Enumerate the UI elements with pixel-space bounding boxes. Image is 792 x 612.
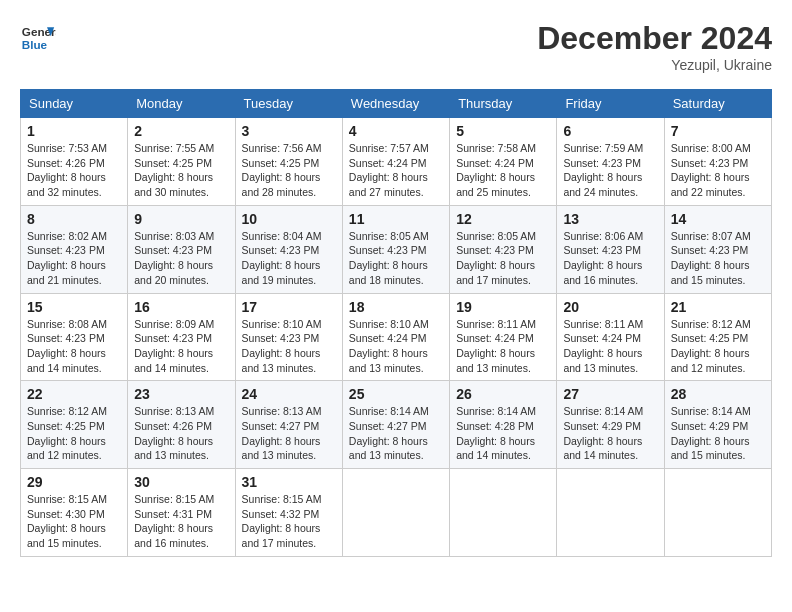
- header-saturday: Saturday: [664, 90, 771, 118]
- calendar-cell: 22 Sunrise: 8:12 AM Sunset: 4:25 PM Dayl…: [21, 381, 128, 469]
- header-tuesday: Tuesday: [235, 90, 342, 118]
- day-info: Sunrise: 8:03 AM Sunset: 4:23 PM Dayligh…: [134, 229, 228, 288]
- logo-icon: General Blue: [20, 20, 56, 56]
- logo: General Blue: [20, 20, 56, 56]
- day-info: Sunrise: 8:09 AM Sunset: 4:23 PM Dayligh…: [134, 317, 228, 376]
- month-title: December 2024: [537, 20, 772, 57]
- day-number: 18: [349, 299, 443, 315]
- day-number: 24: [242, 386, 336, 402]
- calendar-cell: 20 Sunrise: 8:11 AM Sunset: 4:24 PM Dayl…: [557, 293, 664, 381]
- calendar-cell: [664, 469, 771, 557]
- header-wednesday: Wednesday: [342, 90, 449, 118]
- calendar-header-row: SundayMondayTuesdayWednesdayThursdayFrid…: [21, 90, 772, 118]
- day-number: 15: [27, 299, 121, 315]
- calendar-cell: 26 Sunrise: 8:14 AM Sunset: 4:28 PM Dayl…: [450, 381, 557, 469]
- calendar-cell: 21 Sunrise: 8:12 AM Sunset: 4:25 PM Dayl…: [664, 293, 771, 381]
- calendar-cell: [450, 469, 557, 557]
- calendar-cell: 27 Sunrise: 8:14 AM Sunset: 4:29 PM Dayl…: [557, 381, 664, 469]
- calendar-week-row: 8 Sunrise: 8:02 AM Sunset: 4:23 PM Dayli…: [21, 205, 772, 293]
- day-info: Sunrise: 8:10 AM Sunset: 4:23 PM Dayligh…: [242, 317, 336, 376]
- location-subtitle: Yezupil, Ukraine: [537, 57, 772, 73]
- day-number: 31: [242, 474, 336, 490]
- day-info: Sunrise: 8:11 AM Sunset: 4:24 PM Dayligh…: [563, 317, 657, 376]
- calendar-cell: [557, 469, 664, 557]
- calendar-week-row: 1 Sunrise: 7:53 AM Sunset: 4:26 PM Dayli…: [21, 118, 772, 206]
- day-info: Sunrise: 8:10 AM Sunset: 4:24 PM Dayligh…: [349, 317, 443, 376]
- day-info: Sunrise: 8:12 AM Sunset: 4:25 PM Dayligh…: [27, 404, 121, 463]
- day-info: Sunrise: 8:12 AM Sunset: 4:25 PM Dayligh…: [671, 317, 765, 376]
- calendar-cell: 10 Sunrise: 8:04 AM Sunset: 4:23 PM Dayl…: [235, 205, 342, 293]
- day-info: Sunrise: 8:13 AM Sunset: 4:26 PM Dayligh…: [134, 404, 228, 463]
- calendar-cell: 5 Sunrise: 7:58 AM Sunset: 4:24 PM Dayli…: [450, 118, 557, 206]
- header-sunday: Sunday: [21, 90, 128, 118]
- calendar-cell: [342, 469, 449, 557]
- day-number: 30: [134, 474, 228, 490]
- day-number: 9: [134, 211, 228, 227]
- day-info: Sunrise: 8:15 AM Sunset: 4:30 PM Dayligh…: [27, 492, 121, 551]
- day-info: Sunrise: 8:02 AM Sunset: 4:23 PM Dayligh…: [27, 229, 121, 288]
- calendar-cell: 15 Sunrise: 8:08 AM Sunset: 4:23 PM Dayl…: [21, 293, 128, 381]
- calendar-cell: 1 Sunrise: 7:53 AM Sunset: 4:26 PM Dayli…: [21, 118, 128, 206]
- title-block: December 2024 Yezupil, Ukraine: [537, 20, 772, 73]
- calendar-cell: 28 Sunrise: 8:14 AM Sunset: 4:29 PM Dayl…: [664, 381, 771, 469]
- calendar-cell: 17 Sunrise: 8:10 AM Sunset: 4:23 PM Dayl…: [235, 293, 342, 381]
- day-number: 19: [456, 299, 550, 315]
- day-number: 23: [134, 386, 228, 402]
- header-friday: Friday: [557, 90, 664, 118]
- day-info: Sunrise: 8:11 AM Sunset: 4:24 PM Dayligh…: [456, 317, 550, 376]
- header-thursday: Thursday: [450, 90, 557, 118]
- day-number: 6: [563, 123, 657, 139]
- calendar-cell: 25 Sunrise: 8:14 AM Sunset: 4:27 PM Dayl…: [342, 381, 449, 469]
- day-info: Sunrise: 7:55 AM Sunset: 4:25 PM Dayligh…: [134, 141, 228, 200]
- calendar-week-row: 15 Sunrise: 8:08 AM Sunset: 4:23 PM Dayl…: [21, 293, 772, 381]
- day-number: 11: [349, 211, 443, 227]
- day-info: Sunrise: 8:00 AM Sunset: 4:23 PM Dayligh…: [671, 141, 765, 200]
- day-info: Sunrise: 8:14 AM Sunset: 4:27 PM Dayligh…: [349, 404, 443, 463]
- day-info: Sunrise: 8:07 AM Sunset: 4:23 PM Dayligh…: [671, 229, 765, 288]
- day-number: 21: [671, 299, 765, 315]
- calendar-table: SundayMondayTuesdayWednesdayThursdayFrid…: [20, 89, 772, 557]
- calendar-cell: 19 Sunrise: 8:11 AM Sunset: 4:24 PM Dayl…: [450, 293, 557, 381]
- day-info: Sunrise: 8:05 AM Sunset: 4:23 PM Dayligh…: [349, 229, 443, 288]
- day-info: Sunrise: 8:15 AM Sunset: 4:31 PM Dayligh…: [134, 492, 228, 551]
- day-number: 13: [563, 211, 657, 227]
- day-number: 28: [671, 386, 765, 402]
- day-info: Sunrise: 7:59 AM Sunset: 4:23 PM Dayligh…: [563, 141, 657, 200]
- day-number: 3: [242, 123, 336, 139]
- calendar-cell: 14 Sunrise: 8:07 AM Sunset: 4:23 PM Dayl…: [664, 205, 771, 293]
- calendar-cell: 4 Sunrise: 7:57 AM Sunset: 4:24 PM Dayli…: [342, 118, 449, 206]
- day-number: 5: [456, 123, 550, 139]
- day-info: Sunrise: 8:06 AM Sunset: 4:23 PM Dayligh…: [563, 229, 657, 288]
- day-number: 14: [671, 211, 765, 227]
- calendar-cell: 24 Sunrise: 8:13 AM Sunset: 4:27 PM Dayl…: [235, 381, 342, 469]
- calendar-cell: 29 Sunrise: 8:15 AM Sunset: 4:30 PM Dayl…: [21, 469, 128, 557]
- calendar-cell: 31 Sunrise: 8:15 AM Sunset: 4:32 PM Dayl…: [235, 469, 342, 557]
- calendar-cell: 2 Sunrise: 7:55 AM Sunset: 4:25 PM Dayli…: [128, 118, 235, 206]
- svg-text:Blue: Blue: [22, 38, 48, 51]
- calendar-cell: 9 Sunrise: 8:03 AM Sunset: 4:23 PM Dayli…: [128, 205, 235, 293]
- header-monday: Monday: [128, 90, 235, 118]
- day-info: Sunrise: 8:08 AM Sunset: 4:23 PM Dayligh…: [27, 317, 121, 376]
- day-info: Sunrise: 8:14 AM Sunset: 4:29 PM Dayligh…: [671, 404, 765, 463]
- calendar-cell: 3 Sunrise: 7:56 AM Sunset: 4:25 PM Dayli…: [235, 118, 342, 206]
- day-number: 17: [242, 299, 336, 315]
- day-info: Sunrise: 8:13 AM Sunset: 4:27 PM Dayligh…: [242, 404, 336, 463]
- day-number: 22: [27, 386, 121, 402]
- day-info: Sunrise: 8:14 AM Sunset: 4:29 PM Dayligh…: [563, 404, 657, 463]
- calendar-cell: 6 Sunrise: 7:59 AM Sunset: 4:23 PM Dayli…: [557, 118, 664, 206]
- day-info: Sunrise: 7:58 AM Sunset: 4:24 PM Dayligh…: [456, 141, 550, 200]
- day-info: Sunrise: 7:53 AM Sunset: 4:26 PM Dayligh…: [27, 141, 121, 200]
- day-number: 7: [671, 123, 765, 139]
- calendar-cell: 30 Sunrise: 8:15 AM Sunset: 4:31 PM Dayl…: [128, 469, 235, 557]
- calendar-cell: 18 Sunrise: 8:10 AM Sunset: 4:24 PM Dayl…: [342, 293, 449, 381]
- day-number: 1: [27, 123, 121, 139]
- day-info: Sunrise: 8:14 AM Sunset: 4:28 PM Dayligh…: [456, 404, 550, 463]
- day-number: 8: [27, 211, 121, 227]
- calendar-cell: 11 Sunrise: 8:05 AM Sunset: 4:23 PM Dayl…: [342, 205, 449, 293]
- calendar-cell: 23 Sunrise: 8:13 AM Sunset: 4:26 PM Dayl…: [128, 381, 235, 469]
- calendar-week-row: 29 Sunrise: 8:15 AM Sunset: 4:30 PM Dayl…: [21, 469, 772, 557]
- day-number: 4: [349, 123, 443, 139]
- day-number: 12: [456, 211, 550, 227]
- calendar-week-row: 22 Sunrise: 8:12 AM Sunset: 4:25 PM Dayl…: [21, 381, 772, 469]
- day-info: Sunrise: 7:56 AM Sunset: 4:25 PM Dayligh…: [242, 141, 336, 200]
